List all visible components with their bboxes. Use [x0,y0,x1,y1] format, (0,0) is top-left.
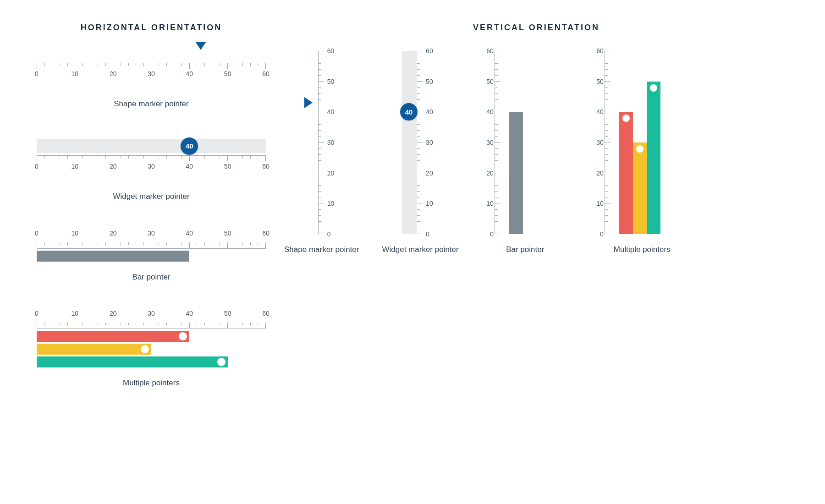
bar-pointer[interactable] [633,142,647,234]
ruler-ticks [37,155,266,162]
widget-pointer-value: 40 [405,108,413,116]
ruler-labels: 0102030405060 [37,70,266,77]
vertical-section-title: VERTICAL ORIENTATION [284,23,788,33]
ruler-ticks [37,242,266,249]
pointer-dot-icon [636,145,644,153]
widget-pointer[interactable]: 40 [400,103,418,121]
ruler-labels: 0102030405060 [37,310,266,317]
ruler-labels: 0102030405060 [37,163,266,170]
pointer-dot-icon [141,345,149,353]
gauge-caption: Shape marker pointer [284,244,359,255]
gauge-caption: Multiple pointers [37,378,266,389]
gauge-h-multi: 0102030405060 Multiple pointers [37,310,266,389]
gauge-v-multi: 0102030405060 Multiple pointers [592,51,693,255]
pointer-dot-icon [179,332,187,340]
bar-pointer[interactable] [37,356,266,367]
bar-pointer[interactable] [37,251,266,262]
gauge-h-widget: 40 0102030405060 Widget marker pointer [37,137,266,202]
bar-pointer[interactable] [619,112,633,234]
gauge-v-widget: 0102030405060 40 Widget marker pointer [382,51,458,255]
pointer-dot-icon [622,115,630,122]
pointer-dot-icon [217,358,226,366]
bar-pointer[interactable] [37,331,266,342]
triangle-down-icon[interactable] [195,42,206,50]
ruler-ticks [37,63,266,69]
gauge-caption: Bar pointer [506,244,544,255]
bar-pointer[interactable] [37,344,266,355]
gauge-caption: Shape marker pointer [37,99,266,110]
pointer-dot-icon [650,84,657,92]
horizontal-section-title: HORIZONTAL ORIENTATION [37,23,266,33]
gauge-caption: Widget marker pointer [37,191,266,202]
widget-pointer[interactable]: 40 [181,137,198,155]
gauge-track [402,51,416,234]
ruler-labels: 0102030405060 [37,230,266,237]
ruler-ticks [37,323,266,329]
triangle-right-icon[interactable] [304,97,313,108]
gauge-h-bar: 0102030405060 Bar pointer [37,230,266,283]
gauge-v-shape: 0102030405060 Shape marker pointer [284,51,359,255]
gauge-caption: Widget marker pointer [382,244,458,255]
gauge-caption: Bar pointer [37,272,266,283]
gauge-h-shape: 0102030405060 Shape marker pointer [37,51,266,110]
bar-pointer[interactable] [647,82,660,234]
bar-pointer[interactable] [509,112,523,234]
gauge-caption: Multiple pointers [614,244,671,255]
widget-pointer-value: 40 [186,142,193,150]
gauge-v-bar: 0102030405060 Bar pointer [482,51,569,255]
